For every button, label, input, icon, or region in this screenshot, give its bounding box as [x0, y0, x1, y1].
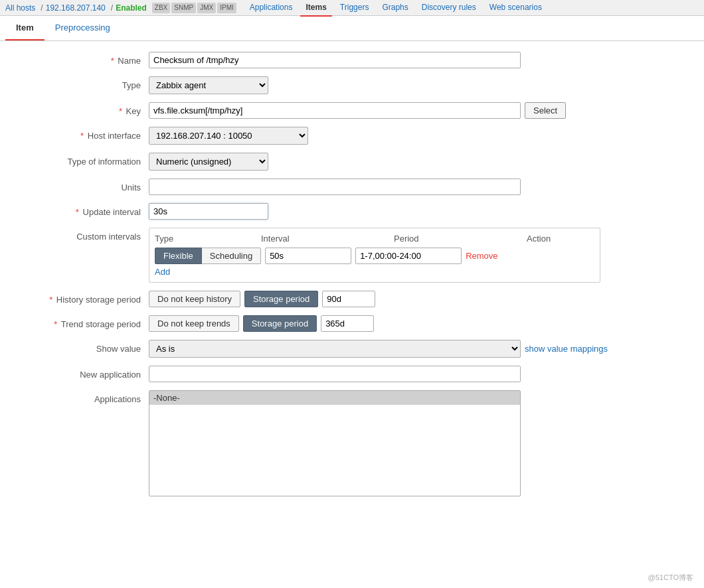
- trend-storage-row: * Trend storage period Do not keep trend…: [16, 315, 688, 332]
- nav-discovery-rules[interactable]: Discovery rules: [416, 0, 482, 17]
- history-storage-value-input[interactable]: [322, 291, 375, 307]
- host-interface-select[interactable]: 192.168.207.140 : 10050: [149, 127, 308, 145]
- custom-intervals-label: Custom intervals: [16, 228, 149, 242]
- name-input[interactable]: [149, 52, 521, 68]
- remove-link[interactable]: Remove: [466, 251, 497, 261]
- show-value-row: Show value As is show value mappings: [16, 340, 688, 358]
- host-interface-control: 192.168.207.140 : 10050: [149, 127, 688, 145]
- new-application-row: New application: [16, 366, 688, 382]
- nav-web-scenarios[interactable]: Web scenarios: [484, 0, 547, 17]
- applications-control: -None-: [149, 390, 688, 496]
- top-nav: All hosts / 192.168.207.140 / Enabled ZB…: [0, 0, 704, 16]
- nav-graphs[interactable]: Graphs: [377, 0, 413, 17]
- nav-items[interactable]: Items: [300, 0, 331, 17]
- custom-intervals-control: Type Interval Period Action Flexible Sch…: [149, 228, 688, 283]
- type-info-row: Type of information Numeric (unsigned)Nu…: [16, 153, 688, 171]
- show-value-control: As is show value mappings: [149, 340, 688, 358]
- name-label: * Name: [16, 52, 149, 66]
- show-value-select[interactable]: As is: [149, 340, 521, 358]
- key-label: * Key: [16, 102, 149, 116]
- interval-row-1: Flexible Scheduling Remove: [155, 248, 594, 264]
- name-required: *: [111, 56, 114, 66]
- update-interval-control: [149, 203, 688, 220]
- intervals-header: Type Interval Period Action: [155, 234, 594, 244]
- host-ip-link[interactable]: 192.168.207.140: [46, 3, 106, 13]
- tab-preprocessing[interactable]: Preprocessing: [44, 16, 121, 40]
- type-row: Type Zabbix agentSNMP agentSimple checkI…: [16, 76, 688, 94]
- list-item[interactable]: -None-: [149, 391, 520, 405]
- history-storage-row: * History storage period Do not keep his…: [16, 291, 688, 307]
- badge-ipmi: IPMI: [217, 3, 236, 13]
- applications-list[interactable]: -None-: [149, 390, 521, 496]
- trend-no-keep-button[interactable]: Do not keep trends: [149, 315, 239, 332]
- badge-group: ZBX SNMP JMX IPMI: [152, 3, 236, 13]
- col-interval-header: Interval: [261, 234, 394, 244]
- key-input[interactable]: [149, 102, 521, 119]
- type-info-control: Numeric (unsigned)Numeric (float)Charact…: [149, 153, 688, 171]
- history-required: *: [49, 295, 52, 305]
- history-no-keep-button[interactable]: Do not keep history: [149, 291, 240, 307]
- history-storage-period-button[interactable]: Storage period: [244, 291, 318, 307]
- units-label: Units: [16, 179, 149, 192]
- badge-jmx: JMX: [197, 3, 216, 13]
- trend-storage-value-input[interactable]: [321, 315, 374, 332]
- units-control: [149, 179, 688, 195]
- badge-snmp: SNMP: [171, 3, 196, 13]
- col-action-header: Action: [527, 234, 594, 244]
- host-interface-required: *: [80, 131, 84, 141]
- units-input[interactable]: [149, 179, 521, 195]
- history-storage-control: Do not keep history Storage period: [149, 291, 688, 307]
- key-required: *: [119, 106, 122, 116]
- col-type-header: Type: [155, 234, 261, 244]
- flexible-button[interactable]: Flexible: [155, 248, 202, 264]
- new-application-input[interactable]: [149, 366, 521, 382]
- key-row: * Key Select: [16, 102, 688, 119]
- trend-storage-period-button[interactable]: Storage period: [243, 315, 317, 332]
- badge-zbx: ZBX: [152, 3, 170, 13]
- history-storage-label: * History storage period: [16, 291, 149, 305]
- update-interval-input[interactable]: [149, 203, 268, 220]
- all-hosts-link[interactable]: All hosts: [5, 3, 35, 13]
- scheduling-button[interactable]: Scheduling: [202, 248, 261, 264]
- name-control: [149, 52, 688, 68]
- custom-intervals-row: Custom intervals Type Interval Period Ac…: [16, 228, 688, 283]
- name-row: * Name: [16, 52, 688, 68]
- trend-storage-row-inner: Do not keep trends Storage period: [149, 315, 374, 332]
- show-value-label: Show value: [16, 340, 149, 354]
- type-control: Zabbix agentSNMP agentSimple checkIntern…: [149, 76, 688, 94]
- applications-row: Applications -None-: [16, 390, 688, 496]
- tab-item[interactable]: Item: [5, 16, 44, 40]
- host-interface-label: * Host interface: [16, 127, 149, 141]
- key-control: Select: [149, 102, 688, 119]
- update-interval-row: * Update interval: [16, 203, 688, 220]
- col-period-header: Period: [394, 234, 527, 244]
- show-value-mappings-link[interactable]: show value mappings: [525, 344, 608, 354]
- update-interval-label: * Update interval: [16, 203, 149, 217]
- item-form: * Name Type Zabbix agentSNMP agentSimple…: [0, 41, 704, 515]
- new-application-control: [149, 366, 688, 382]
- add-link[interactable]: Add: [155, 267, 594, 277]
- interval-value-input[interactable]: [265, 248, 351, 264]
- type-info-label: Type of information: [16, 153, 149, 167]
- breadcrumb-sep2: /: [111, 3, 113, 13]
- tab-bar: Item Preprocessing: [0, 16, 704, 41]
- intervals-container: Type Interval Period Action Flexible Sch…: [149, 228, 600, 283]
- nav-links: Applications Items Triggers Graphs Disco…: [244, 0, 550, 17]
- breadcrumb-sep1: /: [41, 3, 43, 13]
- update-interval-required: *: [76, 207, 79, 217]
- trend-storage-control: Do not keep trends Storage period: [149, 315, 688, 332]
- host-interface-row: * Host interface 192.168.207.140 : 10050: [16, 127, 688, 145]
- trend-storage-label: * Trend storage period: [16, 315, 149, 329]
- nav-applications[interactable]: Applications: [244, 0, 298, 17]
- nav-triggers[interactable]: Triggers: [335, 0, 375, 17]
- type-label: Type: [16, 76, 149, 90]
- applications-label: Applications: [16, 390, 149, 404]
- trend-required: *: [54, 319, 57, 329]
- period-value-input[interactable]: [355, 248, 462, 264]
- units-row: Units: [16, 179, 688, 195]
- key-select-button[interactable]: Select: [525, 102, 566, 119]
- type-select[interactable]: Zabbix agentSNMP agentSimple checkIntern…: [149, 76, 268, 94]
- type-info-select[interactable]: Numeric (unsigned)Numeric (float)Charact…: [149, 153, 268, 171]
- new-application-label: New application: [16, 366, 149, 380]
- host-status: Enabled: [116, 3, 147, 13]
